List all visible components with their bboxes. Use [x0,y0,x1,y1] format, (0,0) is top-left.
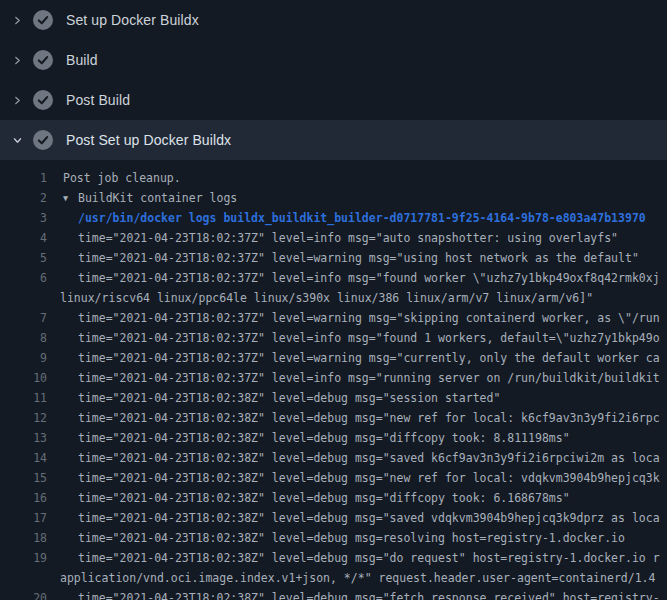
log-line: 2 ▼BuildKit container logs [0,188,667,208]
step-label: Build [66,52,98,68]
step-row-2[interactable]: Post Build [0,80,667,120]
log-text: time="2021-04-23T18:02:38Z" level=debug … [78,448,660,468]
log-text: BuildKit container logs [78,188,237,208]
chevron-icon [12,55,23,66]
log-line: 7 time="2021-04-23T18:02:37Z" level=warn… [0,308,667,328]
log-text: time="2021-04-23T18:02:38Z" level=debug … [78,408,660,428]
step-label: Set up Docker Buildx [66,12,199,28]
log-line: 19 time="2021-04-23T18:02:38Z" level=deb… [0,548,667,568]
log-line: application/vnd.oci.image.index.v1+json,… [0,568,667,588]
log-line-number[interactable]: 9 [0,348,47,368]
log-text: time="2021-04-23T18:02:37Z" level=warnin… [78,308,660,328]
log-text: time="2021-04-23T18:02:38Z" level=debug … [78,508,660,528]
log-line: 10 time="2021-04-23T18:02:37Z" level=inf… [0,368,667,388]
log-text: time="2021-04-23T18:02:37Z" level=warnin… [78,248,639,268]
log-area: 1 Post job cleanup. 2 ▼BuildKit containe… [0,160,667,600]
log-line-number[interactable]: 3 [0,208,47,228]
log-text: time="2021-04-23T18:02:38Z" level=debug … [78,588,660,600]
log-line: 1 Post job cleanup. [0,168,667,188]
log-line-number[interactable]: 4 [0,228,47,248]
log-line: 20 time="2021-04-23T18:02:38Z" level=deb… [0,588,667,600]
log-line-number[interactable] [0,568,47,588]
log-line-number[interactable]: 13 [0,428,47,448]
log-line-number[interactable]: 11 [0,388,47,408]
log-text: time="2021-04-23T18:02:38Z" level=debug … [78,468,660,488]
log-line: 12 time="2021-04-23T18:02:38Z" level=deb… [0,408,667,428]
chevron-icon [12,135,23,146]
log-text: application/vnd.oci.image.index.v1+json,… [60,568,655,588]
log-text: time="2021-04-23T18:02:37Z" level=info m… [78,328,660,348]
log-line-number[interactable]: 1 [0,168,47,188]
check-circle-icon [33,130,53,150]
log-text: Post job cleanup. [63,168,181,188]
log-line-number[interactable]: 19 [0,548,47,568]
log-text: time="2021-04-23T18:02:38Z" level=debug … [78,528,625,548]
log-line-number[interactable]: 20 [0,588,47,600]
log-line-number[interactable]: 18 [0,528,47,548]
log-line: 6 time="2021-04-23T18:02:37Z" level=info… [0,268,667,288]
log-line-number[interactable]: 12 [0,408,47,428]
log-line-number[interactable]: 7 [0,308,47,328]
command-text: /usr/bin/docker logs buildx_buildkit_bui… [78,208,646,228]
log-line: 15 time="2021-04-23T18:02:38Z" level=deb… [0,468,667,488]
log-line-number[interactable]: 15 [0,468,47,488]
log-text: time="2021-04-23T18:02:37Z" level=warnin… [78,348,660,368]
step-label: Post Set up Docker Buildx [66,132,231,148]
log-line: 5 time="2021-04-23T18:02:37Z" level=warn… [0,248,667,268]
group-toggle-icon[interactable]: ▼ [63,188,78,208]
steps-list: Set up Docker Buildx Build Post Build [0,0,667,160]
actions-log-viewer: Set up Docker Buildx Build Post Build [0,0,667,600]
chevron-icon [12,15,23,26]
log-line: 8 time="2021-04-23T18:02:37Z" level=info… [0,328,667,348]
log-line-number[interactable]: 17 [0,508,47,528]
log-line-number[interactable]: 14 [0,448,47,468]
log-text: time="2021-04-23T18:02:37Z" level=info m… [78,368,660,388]
log-line: 3 /usr/bin/docker logs buildx_buildkit_b… [0,208,667,228]
log-text: time="2021-04-23T18:02:38Z" level=debug … [78,428,570,448]
log-line: 17 time="2021-04-23T18:02:38Z" level=deb… [0,508,667,528]
log-line-number[interactable]: 5 [0,248,47,268]
log-line: 16 time="2021-04-23T18:02:38Z" level=deb… [0,488,667,508]
log-line-number[interactable]: 8 [0,328,47,348]
log-text: time="2021-04-23T18:02:38Z" level=debug … [78,488,570,508]
log-line: linux/riscv64 linux/ppc64le linux/s390x … [0,288,667,308]
check-circle-icon [33,10,53,30]
log-line: 4 time="2021-04-23T18:02:37Z" level=info… [0,228,667,248]
log-line: 9 time="2021-04-23T18:02:37Z" level=warn… [0,348,667,368]
chevron-icon [12,95,23,106]
log-line: 11 time="2021-04-23T18:02:38Z" level=deb… [0,388,667,408]
log-line: 13 time="2021-04-23T18:02:38Z" level=deb… [0,428,667,448]
log-line: 18 time="2021-04-23T18:02:38Z" level=deb… [0,528,667,548]
step-label: Post Build [66,92,130,108]
log-line-number[interactable] [0,288,47,308]
log-text: time="2021-04-23T18:02:37Z" level=info m… [78,228,618,248]
log-line-number[interactable]: 2 [0,188,47,208]
log-text: time="2021-04-23T18:02:38Z" level=debug … [78,548,660,568]
step-row-3[interactable]: Post Set up Docker Buildx [0,120,667,160]
check-circle-icon [33,90,53,110]
log-text: time="2021-04-23T18:02:37Z" level=info m… [78,268,660,288]
log-text: linux/riscv64 linux/ppc64le linux/s390x … [60,288,593,308]
log-line-number[interactable]: 6 [0,268,47,288]
log-line-number[interactable]: 16 [0,488,47,508]
step-row-1[interactable]: Build [0,40,667,80]
log-line: 14 time="2021-04-23T18:02:38Z" level=deb… [0,448,667,468]
log-line-number[interactable]: 10 [0,368,47,388]
step-row-0[interactable]: Set up Docker Buildx [0,0,667,40]
check-circle-icon [33,50,53,70]
log-text: time="2021-04-23T18:02:38Z" level=debug … [78,388,500,408]
